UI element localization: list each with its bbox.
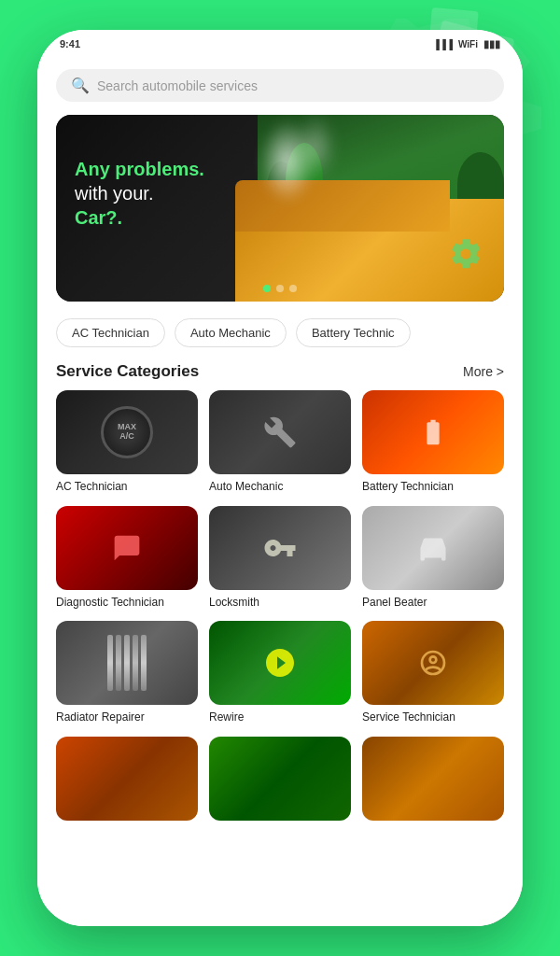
service-label-rewire: Rewire xyxy=(209,710,244,725)
service-img-battery xyxy=(362,390,504,474)
hero-gear-icon xyxy=(448,236,483,275)
service-img-radiator xyxy=(56,621,198,705)
service-label-battery: Battery Technician xyxy=(362,480,454,495)
signal-icon: ▐▐▐ xyxy=(433,39,453,49)
wifi-icon: WiFi xyxy=(458,39,478,49)
battery-icon: ▮▮▮ xyxy=(483,38,500,50)
filter-chips-row: AC Technician Auto Mechanic Battery Tech… xyxy=(37,313,523,358)
service-card-diagnostic[interactable]: Diagnostic Technician xyxy=(56,506,198,611)
service-label-locksmith: Locksmith xyxy=(209,596,259,611)
service-card-service-tech[interactable]: Service Technician xyxy=(362,621,504,725)
service-label-service-tech: Service Technician xyxy=(362,710,455,725)
phone-frame: 9:41 ▐▐▐ WiFi ▮▮▮ 🔍 Search automobile se… xyxy=(37,30,523,926)
service-img-extra-3 xyxy=(362,737,504,821)
service-label-mechanic: Auto Mechanic xyxy=(209,480,283,495)
chip-auto-mechanic[interactable]: Auto Mechanic xyxy=(175,318,287,347)
status-time: 9:41 xyxy=(60,38,80,49)
service-card-panel-beater[interactable]: Panel Beater xyxy=(362,506,504,611)
section-header-categories: Service Categories More > xyxy=(37,358,523,390)
more-link[interactable]: More > xyxy=(463,364,504,379)
hero-dot-3[interactable] xyxy=(289,285,297,292)
service-card-extra-3[interactable] xyxy=(362,737,504,826)
main-content: 🔍 Search automobile services xyxy=(37,58,523,926)
service-img-service-tech xyxy=(362,621,504,705)
service-label-panel: Panel Beater xyxy=(362,596,427,611)
section-title: Service Categories xyxy=(56,362,199,381)
phone-screen: 9:41 ▐▐▐ WiFi ▮▮▮ 🔍 Search automobile se… xyxy=(37,30,523,926)
service-label-radiator: Radiator Repairer xyxy=(56,710,145,725)
status-bar: 9:41 ▐▐▐ WiFi ▮▮▮ xyxy=(37,30,523,58)
hero-pagination-dots xyxy=(263,285,297,292)
service-img-extra-1 xyxy=(56,737,198,821)
hero-dot-2[interactable] xyxy=(276,285,284,292)
service-img-extra-2 xyxy=(209,737,351,821)
hero-line2: with your. xyxy=(75,181,204,205)
search-bar: 🔍 Search automobile services xyxy=(37,58,523,111)
hero-line1: Any problems. xyxy=(75,157,204,181)
service-card-rewire[interactable]: Rewire xyxy=(209,621,351,725)
service-label-diagnostic: Diagnostic Technician xyxy=(56,596,164,611)
service-card-radiator[interactable]: Radiator Repairer xyxy=(56,621,198,725)
service-card-locksmith[interactable]: Locksmith xyxy=(209,506,351,611)
hero-banner: Any problems. with your. Car?. xyxy=(56,115,504,302)
service-card-extra-1[interactable] xyxy=(56,737,198,826)
service-card-auto-mechanic[interactable]: Auto Mechanic xyxy=(209,390,351,495)
service-img-diagnostic xyxy=(56,506,198,590)
search-input[interactable]: Search automobile services xyxy=(97,78,258,93)
service-card-ac-technician[interactable]: MAXA/C AC Technician xyxy=(56,390,198,495)
service-card-battery[interactable]: Battery Technician xyxy=(362,390,504,495)
service-label-ac: AC Technician xyxy=(56,480,128,495)
service-img-locksmith xyxy=(209,506,351,590)
service-img-panel xyxy=(362,506,504,590)
service-category-grid: MAXA/C AC Technician xyxy=(37,390,523,841)
search-icon: 🔍 xyxy=(71,77,90,94)
service-card-extra-2[interactable] xyxy=(209,737,351,826)
hero-smoke-2 xyxy=(297,115,334,180)
chip-ac-technician[interactable]: AC Technician xyxy=(56,318,165,347)
hero-line3: Car?. xyxy=(75,205,204,230)
hero-text-block: Any problems. with your. Car?. xyxy=(75,157,204,230)
hero-dot-1[interactable] xyxy=(263,285,271,292)
chip-battery-tech[interactable]: Battery Technic xyxy=(296,318,411,347)
service-img-mechanic xyxy=(209,390,351,474)
service-img-ac: MAXA/C xyxy=(56,390,198,474)
search-input-wrap[interactable]: 🔍 Search automobile services xyxy=(56,69,504,102)
service-img-rewire xyxy=(209,621,351,705)
